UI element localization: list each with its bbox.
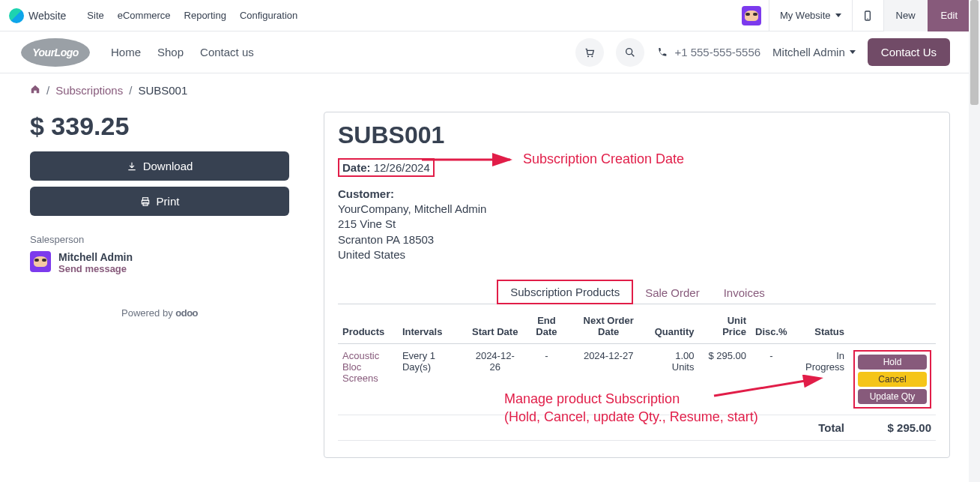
col-discount: Disc.% bbox=[751, 309, 792, 344]
cart-icon bbox=[584, 46, 596, 58]
search-button[interactable] bbox=[616, 38, 644, 67]
col-end-date: End Date bbox=[522, 309, 570, 344]
svg-line-5 bbox=[632, 54, 634, 56]
subscription-title: SUBS001 bbox=[338, 121, 936, 149]
chevron-down-icon bbox=[835, 13, 841, 17]
search-icon bbox=[624, 46, 636, 58]
subscription-price: $ 339.25 bbox=[30, 112, 289, 141]
total-label: Total bbox=[792, 415, 849, 441]
cell-disc: - bbox=[751, 344, 792, 415]
total-row: Total $ 295.00 bbox=[338, 415, 936, 441]
mobile-icon bbox=[862, 10, 874, 22]
edit-button[interactable]: Edit bbox=[928, 0, 971, 31]
menu-ecommerce[interactable]: eCommerce bbox=[118, 10, 171, 21]
phone-icon bbox=[656, 46, 668, 58]
tab-sale-order[interactable]: Sale Order bbox=[633, 282, 712, 304]
hold-button[interactable]: Hold bbox=[858, 355, 927, 370]
mobile-preview-button[interactable] bbox=[852, 0, 883, 31]
cell-price: $ 295.00 bbox=[698, 344, 751, 415]
date-row: Date: 12/26/2024 bbox=[338, 158, 435, 177]
subscription-detail-card: SUBS001 Date: 12/26/2024 Customer: YourC… bbox=[324, 112, 950, 458]
user-dropdown[interactable]: Mitchell Admin bbox=[772, 46, 856, 58]
svg-point-4 bbox=[626, 48, 632, 54]
col-quantity: Quantity bbox=[647, 309, 699, 344]
send-message-link[interactable]: Send message bbox=[58, 263, 133, 274]
update-qty-button[interactable]: Update Qty bbox=[858, 389, 927, 404]
cell-end: - bbox=[522, 344, 570, 415]
svg-point-1 bbox=[867, 18, 868, 19]
tab-subscription-products[interactable]: Subscription Products bbox=[497, 280, 633, 304]
website-dropdown[interactable]: My Website bbox=[769, 0, 852, 31]
table-row: Acoustic Bloc Screens Every 1 Day(s) 202… bbox=[338, 344, 936, 415]
cell-qty: 1.00 Units bbox=[647, 344, 699, 415]
menu-site[interactable]: Site bbox=[87, 10, 103, 21]
scrollbar-thumb[interactable] bbox=[970, 0, 979, 105]
cancel-button[interactable]: Cancel bbox=[858, 372, 927, 387]
svg-point-3 bbox=[592, 55, 593, 57]
col-products: Products bbox=[338, 309, 398, 344]
subscription-products-table: Products Intervals Start Date End Date N… bbox=[338, 309, 936, 441]
nav-home[interactable]: Home bbox=[111, 46, 141, 58]
print-button[interactable]: Print bbox=[30, 187, 289, 216]
app-logo-icon bbox=[9, 8, 24, 23]
phone-number: +1 555-555-5556 bbox=[674, 46, 760, 58]
col-unit-price: Unit Price bbox=[698, 309, 751, 344]
cart-button[interactable] bbox=[575, 38, 604, 67]
row-actions: Hold Cancel Update Qty bbox=[853, 350, 931, 409]
powered-by: Powered by odoo bbox=[30, 307, 289, 319]
col-start-date: Start Date bbox=[468, 309, 522, 344]
cell-status: In Progress bbox=[792, 344, 849, 415]
website-header: YourLogo Home Shop Contact us +1 555-555… bbox=[0, 31, 980, 73]
product-link[interactable]: Acoustic Bloc Screens bbox=[342, 350, 393, 384]
menu-reporting[interactable]: Reporting bbox=[184, 10, 226, 21]
nav-contact[interactable]: Contact us bbox=[200, 46, 254, 58]
scrollbar-track[interactable] bbox=[969, 0, 980, 482]
total-value: $ 295.00 bbox=[849, 415, 936, 441]
col-intervals: Intervals bbox=[398, 309, 468, 344]
tab-invoices[interactable]: Invoices bbox=[712, 282, 777, 304]
salesperson-avatar-icon bbox=[30, 251, 51, 272]
col-status: Status bbox=[792, 309, 849, 344]
print-icon bbox=[140, 196, 151, 207]
cell-start: 2024-12-26 bbox=[468, 344, 522, 415]
breadcrumb: / Subscriptions / SUBS001 bbox=[0, 73, 980, 97]
salesperson-label: Salesperson bbox=[30, 234, 289, 245]
menu-configuration[interactable]: Configuration bbox=[240, 10, 297, 21]
nav-shop[interactable]: Shop bbox=[157, 46, 184, 58]
annotation-arrow-icon bbox=[422, 148, 519, 171]
download-icon bbox=[127, 161, 137, 172]
app-name: Website bbox=[28, 10, 66, 22]
download-button[interactable]: Download bbox=[30, 151, 289, 181]
home-icon[interactable] bbox=[30, 84, 40, 97]
user-avatar-icon[interactable] bbox=[742, 6, 761, 25]
col-next-order: Next Order Date bbox=[570, 309, 646, 344]
chevron-down-icon bbox=[850, 50, 856, 54]
cell-next: 2024-12-27 bbox=[570, 344, 646, 415]
col-actions bbox=[849, 309, 936, 344]
salesperson-name: Mitchell Admin bbox=[58, 251, 133, 263]
annotation-creation-date: Subscription Creation Date bbox=[523, 151, 684, 167]
customer-label: Customer: bbox=[338, 187, 936, 200]
contact-us-button[interactable]: Contact Us bbox=[868, 38, 950, 66]
svg-point-2 bbox=[587, 55, 589, 57]
breadcrumb-subscriptions[interactable]: Subscriptions bbox=[55, 84, 123, 97]
new-button[interactable]: New bbox=[883, 0, 928, 31]
app-bar: Website Site eCommerce Reporting Configu… bbox=[0, 0, 980, 31]
cell-interval: Every 1 Day(s) bbox=[398, 344, 468, 415]
tabs: Subscription Products Sale Order Invoice… bbox=[338, 277, 936, 304]
breadcrumb-current: SUBS001 bbox=[138, 84, 187, 97]
website-dropdown-label: My Website bbox=[780, 10, 831, 21]
customer-address: YourCompany, Mitchell Admin 215 Vine St … bbox=[338, 202, 936, 262]
site-logo[interactable]: YourLogo bbox=[21, 38, 90, 67]
